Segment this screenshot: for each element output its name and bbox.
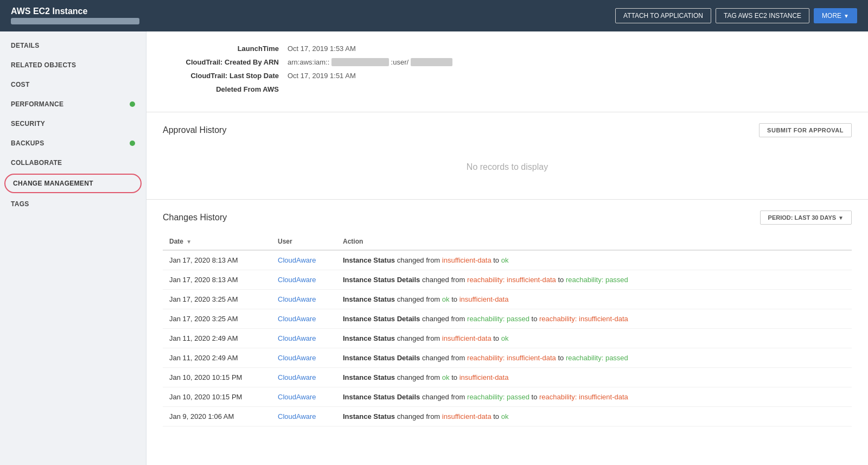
sidebar-item-collaborate[interactable]: COLLABORATE [0, 153, 146, 173]
col-header-date[interactable]: Date ▼ [163, 233, 271, 250]
user-link[interactable]: CloudAware [278, 315, 316, 323]
sidebar-item-cost[interactable]: COST [0, 75, 146, 94]
cell-user: CloudAware [271, 250, 336, 270]
to-text: to [556, 354, 566, 362]
cell-action: Instance Status changed from ok to insuf… [336, 368, 852, 387]
tag-aws-ec2-button[interactable]: TAG AWS EC2 INSTANCE [716, 8, 809, 23]
sidebar: DETAILSRELATED OBJECTSCOSTPERFORMANCESEC… [0, 31, 146, 465]
sidebar-item-label: SECURITY [11, 120, 45, 128]
detail-value: Oct 17, 2019 1:51 AM [288, 72, 356, 80]
to-text: to [450, 295, 459, 303]
action-text: changed from [395, 412, 442, 421]
user-link[interactable]: CloudAware [278, 412, 316, 421]
from-value: insufficient-data [442, 412, 492, 421]
details-section: LaunchTimeOct 17, 2019 1:53 AMCloudTrail… [146, 31, 868, 112]
action-text: changed from [420, 354, 467, 362]
user-link[interactable]: CloudAware [278, 276, 316, 284]
cell-date: Jan 9, 2020 1:06 AM [163, 407, 271, 426]
action-text: changed from [420, 315, 467, 323]
status-dot-icon [130, 101, 135, 107]
sidebar-item-label: CHANGE MANAGEMENT [13, 180, 93, 187]
from-value: insufficient-data [442, 334, 492, 342]
to-text: to [492, 256, 501, 264]
table-row: Jan 17, 2020 3:25 AMCloudAwareInstance S… [163, 309, 852, 329]
detail-label: LaunchTime [168, 44, 288, 53]
user-link[interactable]: CloudAware [278, 256, 316, 264]
to-text: to [492, 334, 501, 342]
cell-user: CloudAware [271, 329, 336, 348]
attach-to-application-button[interactable]: ATTACH TO APPLICATION [615, 8, 711, 23]
cell-date: Jan 17, 2020 3:25 AM [163, 290, 271, 309]
from-value: ok [442, 295, 450, 303]
more-button[interactable]: MORE ▼ [814, 8, 857, 23]
detail-row: LaunchTimeOct 17, 2019 1:53 AM [168, 44, 846, 53]
sidebar-item-backups[interactable]: BACKUPS [0, 133, 146, 153]
action-text: changed from [395, 373, 442, 381]
submit-for-approval-button[interactable]: SUBMIT FOR APPROVAL [759, 123, 852, 137]
status-dot-icon [130, 141, 135, 146]
action-field: Instance Status [343, 295, 395, 303]
cell-date: Jan 10, 2020 10:15 PM [163, 368, 271, 387]
main-content: LaunchTimeOct 17, 2019 1:53 AMCloudTrail… [146, 31, 868, 465]
action-text: changed from [395, 295, 442, 303]
from-value: insufficient-data [442, 256, 492, 264]
from-value: reachability: insufficient-data [467, 276, 556, 284]
sidebar-item-change-management[interactable]: CHANGE MANAGEMENT [4, 174, 142, 193]
cell-date: Jan 11, 2020 2:49 AM [163, 329, 271, 348]
approval-history-header: Approval History SUBMIT FOR APPROVAL [163, 123, 852, 137]
from-value: reachability: passed [467, 393, 529, 401]
approval-history-section: Approval History SUBMIT FOR APPROVAL No … [146, 112, 868, 200]
changes-table: Date ▼ User Action Jan 17, 2020 8:13 AMC… [163, 233, 852, 426]
cell-action: Instance Status changed from insufficien… [336, 250, 852, 270]
action-field: Instance Status [343, 256, 395, 264]
cell-user: CloudAware [271, 309, 336, 329]
table-row: Jan 11, 2020 2:49 AMCloudAwareInstance S… [163, 329, 852, 348]
sidebar-item-label: PERFORMANCE [11, 100, 63, 108]
col-header-user: User [271, 233, 336, 250]
cell-user: CloudAware [271, 368, 336, 387]
action-field: Instance Status [343, 373, 395, 381]
action-text: changed from [420, 393, 467, 401]
to-value: reachability: insufficient-data [539, 393, 628, 401]
header: AWS EC2 Instance i-0a1b2c3d ● ami-0abc ●… [0, 0, 868, 31]
user-link[interactable]: CloudAware [278, 354, 316, 362]
sidebar-item-performance[interactable]: PERFORMANCE [0, 94, 146, 114]
header-subtitle: i-0a1b2c3d ● ami-0abc ● t2.micro ● us-ea… [11, 17, 139, 25]
to-value: insufficient-data [459, 295, 509, 303]
action-field: Instance Status Details [343, 393, 420, 401]
user-link[interactable]: CloudAware [278, 393, 316, 401]
sidebar-item-label: DETAILS [11, 42, 40, 49]
to-value: reachability: passed [566, 276, 628, 284]
chevron-down-icon: ▼ [838, 215, 844, 221]
action-field: Instance Status Details [343, 354, 420, 362]
detail-label: CloudTrail: Created By ARN [168, 58, 288, 66]
header-actions: ATTACH TO APPLICATION TAG AWS EC2 INSTAN… [615, 8, 857, 23]
cell-date: Jan 17, 2020 8:13 AM [163, 250, 271, 270]
cell-action: Instance Status changed from insufficien… [336, 407, 852, 426]
cell-user: CloudAware [271, 270, 336, 290]
detail-row: CloudTrail: Last Stop DateOct 17, 2019 1… [168, 72, 846, 80]
sidebar-item-related-objects[interactable]: RELATED OBJECTS [0, 55, 146, 75]
cell-action: Instance Status Details changed from rea… [336, 309, 852, 329]
sidebar-item-details[interactable]: DETAILS [0, 36, 146, 55]
cell-action: Instance Status Details changed from rea… [336, 270, 852, 290]
chevron-down-icon: ▼ [844, 13, 849, 19]
cell-user: CloudAware [271, 290, 336, 309]
to-value: ok [501, 334, 509, 342]
period-button[interactable]: PERIOD: LAST 30 DAYS ▼ [760, 211, 852, 225]
detail-label: CloudTrail: Last Stop Date [168, 72, 288, 80]
table-row: Jan 17, 2020 3:25 AMCloudAwareInstance S… [163, 290, 852, 309]
table-row: Jan 11, 2020 2:49 AMCloudAwareInstance S… [163, 348, 852, 368]
to-value: reachability: passed [566, 354, 628, 362]
action-field: Instance Status Details [343, 315, 420, 323]
cell-action: Instance Status Details changed from rea… [336, 387, 852, 407]
action-text: changed from [395, 256, 442, 264]
to-text: to [529, 315, 539, 323]
user-link[interactable]: CloudAware [278, 334, 316, 342]
sidebar-item-security[interactable]: SECURITY [0, 114, 146, 133]
no-records-message: No records to display [163, 146, 852, 188]
user-link[interactable]: CloudAware [278, 295, 316, 303]
user-link[interactable]: CloudAware [278, 373, 316, 381]
sidebar-item-tags[interactable]: TAGS [0, 194, 146, 214]
cell-action: Instance Status changed from ok to insuf… [336, 290, 852, 309]
